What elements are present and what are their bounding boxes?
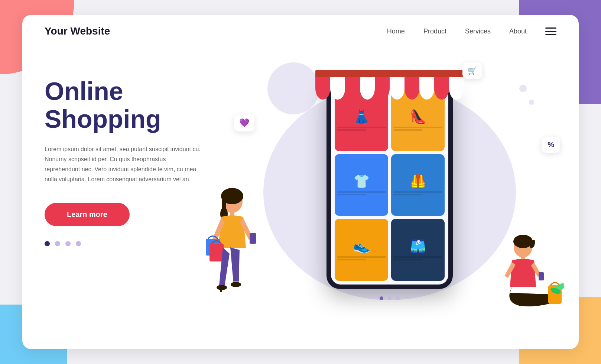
heart-icon: 💜 <box>239 118 249 127</box>
nav-link-home[interactable]: Home <box>387 27 405 35</box>
deco-circle-1 <box>519 85 527 92</box>
site-logo: Your Website <box>45 25 387 37</box>
cart-icon: 🛒 <box>468 66 477 75</box>
percent-text: % <box>548 140 554 149</box>
hero-title-line1: Online <box>45 77 123 105</box>
awning-stripe-1 <box>315 77 330 100</box>
phone-dots <box>380 296 400 300</box>
svg-rect-7 <box>209 244 224 261</box>
vest-lines <box>393 190 442 196</box>
svg-point-12 <box>513 235 533 248</box>
nav-link-services[interactable]: Services <box>465 27 491 35</box>
navbar: Your Website Home Product Services About <box>22 15 579 48</box>
phone-dot-1 <box>380 296 383 300</box>
line2 <box>337 194 366 195</box>
phone-dot-3 <box>396 296 400 300</box>
tshirt-lines <box>337 190 386 196</box>
sneakers-icon: 👟 <box>353 240 370 253</box>
page-background: Your Website Home Product Services About <box>0 0 601 364</box>
awning-stripes <box>315 77 464 100</box>
product-shorts[interactable]: 🩳 <box>391 219 445 281</box>
nav-item-product[interactable]: Product <box>423 27 446 35</box>
nav-link-product[interactable]: Product <box>423 27 446 35</box>
awning-top-bar <box>315 70 464 77</box>
hamburger-menu[interactable] <box>545 27 556 35</box>
line2 <box>337 259 366 260</box>
hero-section: Online Shopping Lorem ipsum dolor sit am… <box>22 48 579 345</box>
product-tshirt[interactable]: 👕 <box>335 154 388 216</box>
line2 <box>393 259 423 260</box>
phone-dot-2 <box>388 296 392 300</box>
hamburger-line-3 <box>545 34 556 35</box>
product-sneakers[interactable]: 👟 <box>335 219 388 281</box>
sneakers-lines <box>337 255 386 261</box>
awning-stripe-5 <box>375 77 390 100</box>
dress-lines <box>337 126 386 132</box>
nav-item-services[interactable]: Services <box>465 27 491 35</box>
awning-stripe-7 <box>405 77 419 100</box>
blob-background-small <box>267 62 319 114</box>
deco-circle-2 <box>529 100 534 105</box>
line2 <box>393 129 423 131</box>
hero-title-line2: Shopping <box>45 105 161 133</box>
awning-stripe-10 <box>449 77 464 100</box>
dress-icon: 👗 <box>353 110 370 123</box>
hero-left: Online Shopping Lorem ipsum dolor sit am… <box>45 55 223 330</box>
nav-item-home[interactable]: Home <box>387 27 405 35</box>
hamburger-line-2 <box>545 31 556 32</box>
line1 <box>337 256 386 258</box>
awning-stripe-6 <box>390 77 405 100</box>
line1 <box>337 127 386 128</box>
learn-more-button[interactable]: Learn more <box>45 203 130 226</box>
line1 <box>393 256 442 258</box>
awning-stripe-9 <box>434 77 449 100</box>
heels-lines <box>393 126 442 132</box>
awning-stripe-4 <box>360 77 375 100</box>
nav-link-about[interactable]: About <box>509 27 527 35</box>
svg-rect-5 <box>250 233 256 244</box>
woman-sitting <box>497 233 564 322</box>
product-vest[interactable]: 🦺 <box>391 154 445 216</box>
store-awning <box>315 70 464 103</box>
bubble-cart: 🛒 <box>462 62 482 79</box>
svg-rect-9 <box>220 286 222 292</box>
dot-4[interactable] <box>76 241 81 246</box>
woman-standing <box>201 181 260 322</box>
awning-stripe-2 <box>330 77 345 100</box>
svg-point-10 <box>231 282 241 287</box>
dot-1[interactable] <box>45 241 50 246</box>
hero-right: 💜 🛒 % <box>223 55 556 330</box>
hamburger-line-1 <box>545 27 556 29</box>
line2 <box>393 194 423 195</box>
line1 <box>337 191 386 193</box>
dot-2[interactable] <box>55 241 60 246</box>
dot-3[interactable] <box>65 241 71 246</box>
heels-icon: 👠 <box>410 110 426 123</box>
awning-stripe-8 <box>419 77 434 100</box>
nav-links: Home Product Services About <box>387 27 527 35</box>
awning-stripe-3 <box>345 77 360 100</box>
line2 <box>337 129 366 131</box>
tshirt-icon: 👕 <box>353 175 370 188</box>
slide-dots <box>45 241 223 246</box>
line1 <box>393 127 442 128</box>
line1 <box>393 191 442 193</box>
svg-rect-14 <box>539 272 544 280</box>
vest-icon: 🦺 <box>410 175 426 188</box>
phone-device: 👗 👠 <box>327 81 453 289</box>
shorts-lines <box>393 255 442 261</box>
main-card: Your Website Home Product Services About <box>22 15 579 349</box>
shorts-icon: 🩳 <box>410 240 426 253</box>
bubble-heart: 💜 <box>234 114 254 131</box>
phone-screen: 👗 👠 <box>331 85 448 285</box>
bubble-percent: % <box>542 137 560 153</box>
hero-description: Lorem ipsum dolor sit amet, sea putant s… <box>45 144 201 185</box>
nav-item-about[interactable]: About <box>509 27 527 35</box>
phone-mockup-wrapper: 👗 👠 <box>327 96 453 289</box>
hero-title: Online Shopping <box>45 77 223 133</box>
